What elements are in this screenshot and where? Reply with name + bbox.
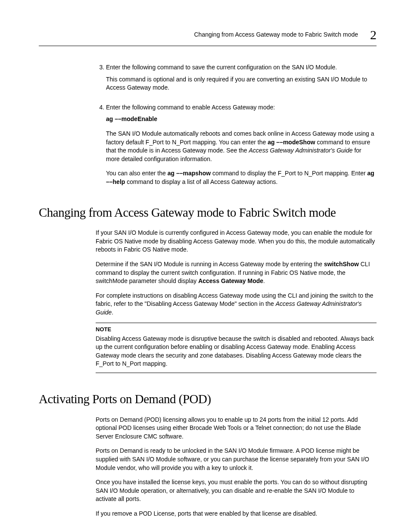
doc-reference: Access Gateway Administrator's Guide	[249, 147, 353, 154]
running-title: Changing from Access Gateway mode to Fab…	[194, 31, 358, 39]
note-box: NOTE Disabling Access Gateway mode is di…	[96, 323, 377, 373]
paragraph: Determine if the SAN I/O Module is runni…	[96, 260, 377, 286]
step-4: Enter the following command to enable Ac…	[39, 103, 377, 187]
section-heading-pod: Activating Ports on Demand (POD)	[39, 390, 377, 408]
note-body: Disabling Access Gateway mode is disrupt…	[96, 335, 377, 368]
step-text: Enter the following command to enable Ac…	[106, 104, 275, 111]
text-run: Determine if the SAN I/O Module is runni…	[96, 261, 324, 268]
note-label: NOTE	[96, 326, 377, 333]
paragraph: Once you have installed the license keys…	[96, 478, 377, 504]
step-text: Enter the following command to save the …	[106, 64, 337, 71]
text-run: .	[263, 277, 265, 284]
text-run: command to display a list of all Access …	[125, 178, 277, 185]
paragraph: If you remove a POD License, ports that …	[96, 510, 377, 518]
command-inline: ag ––modeShow	[268, 139, 315, 146]
text-run: command to display the F_Port to N_Port …	[211, 170, 367, 177]
text-run: You can also enter the	[106, 170, 168, 177]
section-body: Ports on Demand (POD) licensing allows y…	[39, 416, 377, 518]
step-paragraph: The SAN I/O Module automatically reboots…	[106, 130, 377, 163]
step-3: Enter the following command to save the …	[39, 63, 377, 92]
list-item: Enter the following command to enable Ac…	[106, 103, 377, 187]
section-body: If your SAN I/O Module is currently conf…	[39, 229, 377, 373]
chapter-number: 2	[370, 26, 377, 44]
command-inline: switchShow	[324, 261, 359, 268]
step-paragraph: You can also enter the ag ––mapshow comm…	[106, 169, 377, 186]
paragraph: For complete instructions on disabling A…	[96, 292, 377, 317]
command: ag ––modeEnable	[106, 115, 377, 124]
command-inline: ag ––mapshow	[168, 170, 211, 177]
text-run: .	[112, 309, 113, 316]
paragraph: Ports on Demand is ready to be unlocked …	[96, 447, 377, 472]
page-header: Changing from Access Gateway mode to Fab…	[39, 26, 377, 46]
section-heading-changing-mode: Changing from Access Gateway mode to Fab…	[39, 204, 377, 221]
paragraph: Ports on Demand (POD) licensing allows y…	[96, 416, 377, 441]
list-item: Enter the following command to save the …	[106, 63, 377, 92]
paragraph: If your SAN I/O Module is currently conf…	[96, 229, 377, 254]
command-inline: Access Gateway Mode	[198, 277, 263, 284]
step-note: This command is optional and is only req…	[106, 75, 377, 92]
page: Changing from Access Gateway mode to Fab…	[0, 0, 411, 532]
